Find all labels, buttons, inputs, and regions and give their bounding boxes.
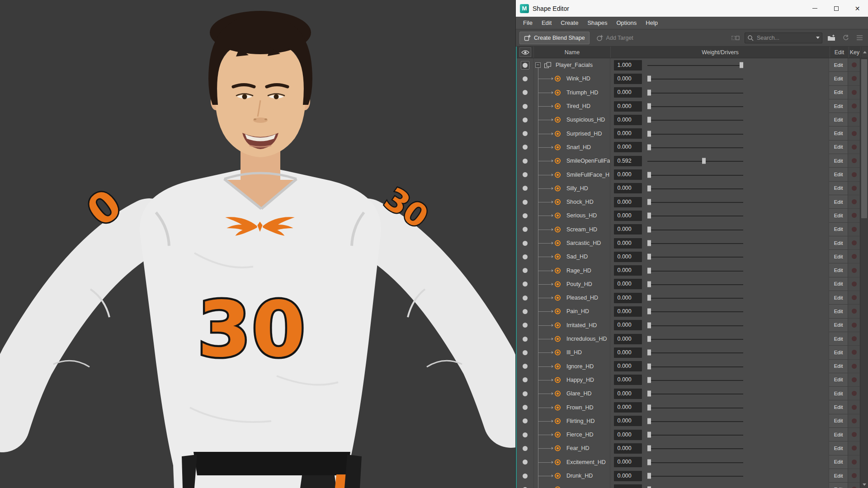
shape-name[interactable]: Happy_HD [566,377,594,383]
weight-slider[interactable] [647,455,743,469]
expand-toggle[interactable] [535,62,541,68]
slider-handle[interactable] [647,336,651,342]
edit-button[interactable]: Edit [834,404,843,410]
key-indicator[interactable] [852,405,857,410]
key-indicator[interactable] [852,268,857,273]
weight-slider[interactable] [647,305,743,318]
scrollbar-thumb[interactable] [861,59,867,218]
add-target-button[interactable]: Add Target [594,32,636,44]
shape-row[interactable]: Sad_HD 0.000 Edit [517,250,860,263]
weight-input[interactable]: 0.000 [614,224,642,235]
shape-row[interactable]: Edit [517,483,860,488]
shape-name[interactable]: Suspicious_HD [566,117,605,123]
key-indicator[interactable] [852,131,857,136]
shape-row[interactable]: Scream_HD 0.000 Edit [517,223,860,236]
edit-button[interactable]: Edit [834,309,843,314]
shape-row[interactable]: Pouty_HD 0.000 Edit [517,277,860,291]
shape-name[interactable]: Surprised_HD [566,131,602,137]
edit-button[interactable]: Edit [834,459,843,465]
visibility-dot[interactable] [523,309,528,314]
visibility-dot[interactable] [523,405,528,410]
slider-handle[interactable] [647,446,651,451]
weight-input[interactable]: 0.000 [614,375,642,385]
shape-row[interactable]: Snarl_HD 0.000 Edit [517,141,860,154]
shape-row[interactable]: Suspicious_HD 0.000 Edit [517,113,860,127]
edit-button[interactable]: Edit [834,363,843,369]
weight-input[interactable]: 0.000 [614,87,642,98]
weight-slider[interactable] [647,346,743,359]
refresh-button[interactable] [840,33,850,43]
viewport-3d[interactable]: 0 30 30 [0,0,515,488]
weight-slider[interactable] [647,291,743,305]
weight-input[interactable]: 0.000 [614,101,642,112]
weight-input[interactable]: 0.592 [614,156,642,166]
shape-name[interactable]: Ill_HD [566,349,582,356]
slider-handle[interactable] [647,103,651,109]
shape-row[interactable]: Fierce_HD 0.000 Edit [517,428,860,441]
shape-name[interactable]: Shock_HD [566,199,594,205]
weight-slider[interactable] [647,277,743,291]
scrollbar-track[interactable] [860,58,868,488]
filter-dropdown-icon[interactable] [816,37,820,39]
shape-row[interactable]: Pleased_HD 0.000 Edit [517,291,860,305]
weight-input[interactable]: 0.000 [614,457,642,467]
visibility-dot[interactable] [523,337,528,342]
visibility-dot[interactable] [523,76,528,81]
weight-input[interactable]: 0.000 [614,128,642,139]
weight-slider[interactable] [647,195,743,209]
visibility-dot[interactable] [523,104,528,109]
weight-input[interactable]: 0.000 [614,115,642,125]
slider-handle[interactable] [647,185,651,191]
slider-handle[interactable] [647,213,651,219]
weight-slider[interactable] [647,127,743,140]
weight-slider[interactable] [647,141,743,154]
shape-name[interactable]: Frown_HD [566,404,594,411]
menu-shapes[interactable]: Shapes [583,17,612,29]
edit-button[interactable]: Edit [834,158,843,164]
shape-row[interactable]: Glare_HD 0.000 Edit [517,387,860,400]
weight-slider[interactable] [647,428,743,441]
visibility-column-header[interactable] [517,47,534,58]
visibility-dot[interactable] [523,377,528,382]
search-box[interactable] [745,33,822,43]
edit-button[interactable]: Edit [834,473,843,479]
menu-create[interactable]: Create [556,17,583,29]
visibility-dot[interactable] [523,131,528,136]
edit-button[interactable]: Edit [834,213,843,218]
slider-handle[interactable] [647,240,651,246]
visibility-dot[interactable] [523,145,528,150]
key-indicator[interactable] [852,323,857,328]
weight-input[interactable]: 0.000 [614,334,642,344]
key-indicator[interactable] [852,460,857,465]
shape-name[interactable]: Drunk_HD [566,473,593,479]
create-blend-shape-button[interactable]: Create Blend Shape [519,32,590,44]
shape-name[interactable]: Fierce_HD [566,432,594,438]
weight-input[interactable]: 0.000 [614,142,642,152]
weight-slider[interactable] [647,469,743,483]
window-titlebar[interactable]: M Shape Editor ✕ [516,0,868,17]
key-indicator[interactable] [852,350,857,355]
edit-button[interactable]: Edit [834,446,843,451]
key-indicator[interactable] [852,254,857,259]
edit-button[interactable]: Edit [834,76,843,81]
weight-slider[interactable] [647,387,743,400]
weight-slider[interactable] [647,332,743,346]
shape-row[interactable]: Frown_HD 0.000 Edit [517,400,860,414]
minimize-button[interactable] [804,0,826,17]
weight-slider[interactable] [647,236,743,250]
slider-handle[interactable] [647,226,651,232]
shape-row[interactable]: Sarcastic_HD 0.000 Edit [517,236,860,250]
key-indicator[interactable] [852,446,857,450]
weight-input[interactable]: 0.000 [614,471,642,481]
key-indicator[interactable] [852,62,857,67]
edit-button[interactable]: Edit [834,336,843,342]
shape-name[interactable]: Silly_HD [566,185,588,192]
key-indicator[interactable] [852,418,857,423]
slider-handle[interactable] [647,404,651,410]
key-indicator[interactable] [852,199,857,204]
weight-input[interactable] [614,484,642,488]
shape-row[interactable]: Pain_HD 0.000 Edit [517,305,860,318]
list-view-button[interactable] [854,33,864,43]
slider-handle[interactable] [647,144,651,150]
key-indicator[interactable] [852,117,857,122]
